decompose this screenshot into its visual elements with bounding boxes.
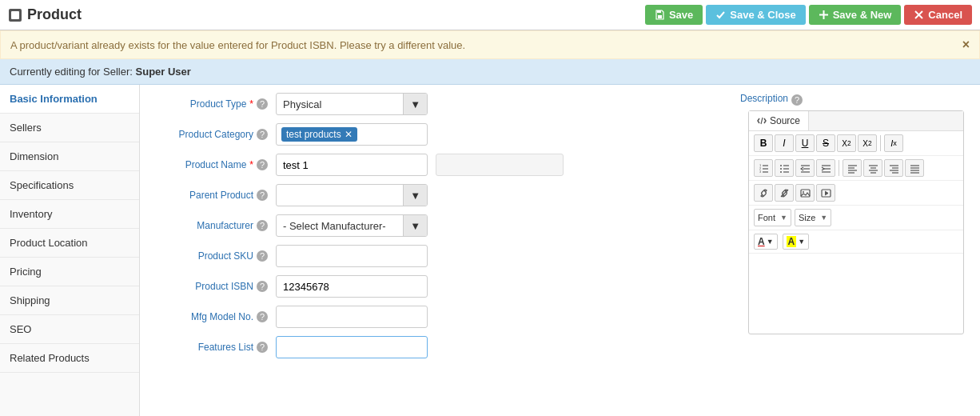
alert-close-button[interactable]: × xyxy=(962,38,970,52)
save-close-button[interactable]: Save & Close xyxy=(706,5,805,25)
superscript-button[interactable]: X2 xyxy=(858,134,877,152)
required-star: * xyxy=(249,98,253,110)
product-category-help-icon[interactable]: ? xyxy=(257,129,268,140)
sidebar-item-specifications[interactable]: Specifications xyxy=(0,171,139,200)
product-category-row: Product Category ? test products ✕ xyxy=(156,123,724,146)
product-sku-help-icon[interactable]: ? xyxy=(257,250,268,262)
product-category-input[interactable]: test products ✕ xyxy=(276,123,428,146)
plus-icon xyxy=(819,10,829,20)
underline-button[interactable]: U xyxy=(795,134,815,152)
svg-rect-1 xyxy=(11,11,19,19)
parent-product-label: Parent Product ? xyxy=(156,190,268,201)
mfg-model-row: Mfg Model No. ? xyxy=(156,306,724,328)
outdent-icon xyxy=(800,163,811,174)
unordered-list-button[interactable] xyxy=(775,159,794,177)
ol-icon: 123 xyxy=(759,163,769,174)
tag-remove-button[interactable]: ✕ xyxy=(345,129,353,140)
product-type-label: Product Type * ? xyxy=(156,98,268,110)
parent-product-help-icon[interactable]: ? xyxy=(257,190,268,201)
strikethrough-button[interactable]: S xyxy=(816,134,835,152)
align-center-button[interactable] xyxy=(863,159,882,177)
product-sku-label: Product SKU ? xyxy=(156,250,268,262)
product-name-help-icon[interactable]: ? xyxy=(257,159,268,170)
mfg-model-help-icon[interactable]: ? xyxy=(257,311,268,322)
align-right-button[interactable] xyxy=(884,159,903,177)
manufacturer-row: Manufacturer ? - Select Manufacturer- ▼ xyxy=(156,214,724,237)
description-help-icon[interactable]: ? xyxy=(791,94,803,106)
product-name-input[interactable] xyxy=(276,154,428,176)
sidebar-item-basic-information[interactable]: Basic Information xyxy=(0,85,139,114)
ordered-list-button[interactable]: 123 xyxy=(754,159,773,177)
product-category-label: Product Category ? xyxy=(156,129,268,140)
parent-product-select[interactable]: ▼ xyxy=(276,184,428,206)
product-type-arrow[interactable]: ▼ xyxy=(403,94,427,114)
manufacturer-arrow[interactable]: ▼ xyxy=(403,215,427,236)
save-new-button[interactable]: Save & New xyxy=(809,5,902,25)
main-layout: Basic Information Sellers Dimension Spec… xyxy=(0,85,980,416)
sidebar-item-related-products[interactable]: Related Products xyxy=(0,344,139,373)
align-justify-button[interactable] xyxy=(905,159,924,177)
font-select[interactable]: Font ▼ xyxy=(754,209,791,226)
editor-insert-row xyxy=(749,181,963,206)
indent-button[interactable] xyxy=(816,159,835,177)
save-button[interactable]: Save xyxy=(645,5,703,25)
unlink-button[interactable] xyxy=(775,184,794,202)
bg-color-label: A xyxy=(787,236,797,247)
bold-button[interactable]: B xyxy=(754,134,773,152)
header-buttons: Save Save & Close Save & New Cancel xyxy=(645,5,972,25)
remove-format-button[interactable]: Ix xyxy=(884,134,903,152)
sidebar-item-seo[interactable]: SEO xyxy=(0,315,139,344)
parent-product-arrow[interactable]: ▼ xyxy=(403,185,427,206)
align-left-button[interactable] xyxy=(843,159,862,177)
product-type-help-icon[interactable]: ? xyxy=(257,98,268,110)
editor-panel: Source B I U S X2 X2 Ix xyxy=(748,110,964,334)
alert-message: A product/variant already exists for the… xyxy=(10,39,465,51)
svg-text:3: 3 xyxy=(759,170,762,174)
subscript-button[interactable]: X2 xyxy=(837,134,856,152)
sidebar-item-pricing[interactable]: Pricing xyxy=(0,258,139,286)
sidebar-item-inventory[interactable]: Inventory xyxy=(0,200,139,229)
svg-point-15 xyxy=(780,165,782,166)
sidebar-item-shipping[interactable]: Shipping xyxy=(0,286,139,315)
svg-rect-2 xyxy=(658,15,662,18)
source-tab[interactable]: Source xyxy=(749,111,809,130)
image-icon xyxy=(800,188,811,198)
font-color-arrow: ▼ xyxy=(767,238,774,246)
check-icon xyxy=(715,10,726,20)
product-name-row: Product Name * ? xyxy=(156,154,724,176)
product-sku-input[interactable] xyxy=(276,245,428,267)
mfg-model-input[interactable] xyxy=(276,306,428,328)
link-button[interactable] xyxy=(754,184,773,202)
product-isbn-input[interactable] xyxy=(276,275,428,298)
size-select[interactable]: Size ▼ xyxy=(795,209,831,226)
manufacturer-select[interactable]: - Select Manufacturer- ▼ xyxy=(276,214,428,237)
sidebar-item-dimension[interactable]: Dimension xyxy=(0,142,139,171)
sidebar-item-sellers[interactable]: Sellers xyxy=(0,114,139,142)
align-left-icon xyxy=(847,163,858,174)
editor-body[interactable] xyxy=(749,254,963,334)
parent-product-row: Parent Product ? ▼ xyxy=(156,184,724,206)
features-list-help-icon[interactable]: ? xyxy=(257,342,268,353)
product-type-select[interactable]: Physical ▼ xyxy=(276,93,428,115)
cancel-button[interactable]: Cancel xyxy=(904,5,972,25)
header-left: Product xyxy=(8,6,82,23)
sidebar-item-product-location[interactable]: Product Location xyxy=(0,229,139,258)
features-list-label: Features List ? xyxy=(156,342,268,353)
product-isbn-row: Product ISBN ? xyxy=(156,275,724,298)
bg-color-button[interactable]: A ▼ xyxy=(783,234,810,250)
image-button[interactable] xyxy=(795,184,815,202)
manufacturer-help-icon[interactable]: ? xyxy=(257,220,268,231)
required-star-2: * xyxy=(249,159,253,170)
manufacturer-value: - Select Manufacturer- xyxy=(277,217,403,235)
product-isbn-help-icon[interactable]: ? xyxy=(257,281,268,292)
alert-banner: A product/variant already exists for the… xyxy=(0,30,980,59)
italic-button[interactable]: I xyxy=(775,134,794,152)
font-color-button[interactable]: A ▼ xyxy=(754,234,778,250)
link-icon xyxy=(759,188,769,198)
features-list-input[interactable] xyxy=(276,336,428,358)
mfg-model-label: Mfg Model No. ? xyxy=(156,311,268,322)
page-header: Product Save Save & Close Save & New Can… xyxy=(0,0,980,30)
media-button[interactable] xyxy=(816,184,835,202)
outdent-button[interactable] xyxy=(795,159,815,177)
font-size-row: Font ▼ Size ▼ xyxy=(749,206,963,230)
